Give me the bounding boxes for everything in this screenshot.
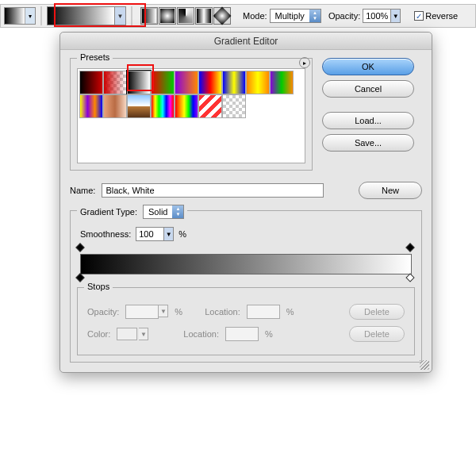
chevron-down-icon[interactable]: ▼ [163, 228, 173, 240]
select-arrows-icon: ▲▼ [172, 205, 183, 218]
opacity-stop-right[interactable] [407, 244, 415, 254]
divider [131, 6, 132, 25]
reflected-gradient-button[interactable] [195, 7, 213, 25]
diamond-gradient-button[interactable] [213, 7, 231, 25]
percent-suffix: % [175, 307, 182, 317]
mode-label: Mode: [243, 11, 267, 21]
reverse-checkbox[interactable]: ✓ Reverse [414, 11, 458, 21]
stop-color-swatch [117, 328, 137, 340]
new-button[interactable]: New [359, 182, 422, 199]
gradient-bar[interactable] [77, 246, 415, 282]
percent-suffix: % [265, 329, 273, 339]
preset-copper[interactable] [103, 94, 127, 118]
preset-orange-yellow-orange[interactable] [246, 71, 270, 94]
preset-red-green[interactable] [151, 71, 175, 94]
linear-gradient-button[interactable] [140, 7, 158, 25]
preset-transparent-stripes[interactable] [222, 94, 246, 118]
resize-grip-icon[interactable] [420, 360, 429, 370]
stops-fieldset: Stops Opacity: ▼ % Location: % Delete Co… [77, 287, 415, 355]
preset-blue-yellow-blue[interactable] [222, 71, 246, 94]
dialog-button-column: OK Cancel Load... Save... [322, 58, 414, 171]
current-gradient-thumbnail[interactable]: ▾ [4, 7, 36, 25]
preset-spectrum[interactable] [151, 94, 175, 118]
preset-yellow-violet-orange-blue[interactable] [79, 94, 103, 118]
opacity-stop-left[interactable] [77, 244, 85, 254]
smoothness-label: Smoothness: [80, 229, 131, 239]
load-button[interactable]: Load... [322, 112, 414, 129]
opacity-value[interactable] [363, 10, 390, 22]
preset-chrome[interactable] [127, 94, 151, 118]
dialog-title: Gradient Editor [60, 33, 432, 50]
smoothness-input[interactable]: ▼ [136, 227, 174, 241]
presets-fieldset: Presets ▸ [70, 58, 313, 171]
smoothness-value[interactable] [136, 228, 163, 240]
save-button[interactable]: Save... [322, 134, 414, 152]
presets-legend: Presets [77, 52, 113, 62]
chevron-down-icon[interactable]: ▼ [114, 7, 125, 25]
gradient-preview-icon [48, 7, 114, 25]
stop-opacity-input [125, 305, 159, 319]
chevron-down-icon: ▼ [159, 305, 168, 317]
opacity-input[interactable]: ▼ [363, 9, 401, 23]
mode-value: Multiply [271, 10, 309, 22]
preset-stripes[interactable] [198, 94, 222, 118]
checkbox-icon: ✓ [414, 11, 424, 21]
preset-fg-to-transparent[interactable] [103, 71, 127, 94]
opacity-label: Opacity: [328, 11, 360, 21]
chevron-down-icon: ▼ [139, 328, 148, 340]
stop-color-label: Color: [87, 329, 110, 339]
preset-blue-red-yellow[interactable] [198, 71, 222, 94]
select-arrows-icon: ▲▼ [309, 10, 321, 22]
color-stop-right[interactable] [407, 274, 415, 284]
type-value: Solid [144, 205, 172, 218]
stop-location-input [247, 305, 280, 319]
percent-suffix: % [286, 307, 294, 317]
smoothness-suffix: % [178, 229, 186, 239]
preset-violet-orange[interactable] [175, 71, 198, 94]
gradient-picker[interactable]: ▼ [47, 6, 126, 25]
preset-fg-to-bg[interactable] [79, 71, 103, 94]
presets-flyout-icon[interactable]: ▸ [299, 57, 310, 68]
gradient-editor-dialog: Gradient Editor Presets ▸ [60, 32, 432, 373]
mode-select[interactable]: Multiply ▲▼ [270, 9, 321, 23]
stop-color-location-input [225, 327, 259, 341]
options-bar: ▾ ▼ Mode: Multiply ▲▼ Opacity: ▼ ✓ Rever… [0, 4, 476, 28]
name-label: Name: [70, 186, 95, 195]
divider [40, 6, 42, 25]
delete-opacity-stop-button: Delete [349, 304, 405, 320]
ok-button[interactable]: OK [322, 58, 414, 75]
reverse-label: Reverse [425, 11, 458, 21]
stop-color-location-label: Location: [183, 329, 219, 339]
name-input[interactable] [102, 183, 324, 198]
radial-gradient-button[interactable] [159, 7, 176, 25]
preset-black-white[interactable] [127, 71, 151, 94]
type-select[interactable]: Solid ▲▼ [143, 205, 184, 219]
type-label: Gradient Type: [80, 207, 137, 217]
presets-grid [78, 69, 305, 120]
stops-legend: Stops [84, 282, 113, 291]
delete-color-stop-button: Delete [349, 326, 405, 342]
gradient-bar-preview [80, 254, 412, 274]
chevron-down-icon[interactable]: ▼ [390, 10, 400, 22]
gradient-type-fieldset: Gradient Type: Solid ▲▼ Smoothness: ▼ % [70, 210, 422, 363]
preset-violet-green-orange[interactable] [270, 71, 294, 94]
stop-location-label: Location: [205, 307, 240, 317]
preset-rainbow[interactable] [175, 94, 198, 118]
stop-opacity-label: Opacity: [87, 307, 119, 317]
angular-gradient-button[interactable] [177, 7, 194, 25]
gradient-type-buttons [140, 7, 231, 25]
cancel-button[interactable]: Cancel [322, 80, 414, 98]
